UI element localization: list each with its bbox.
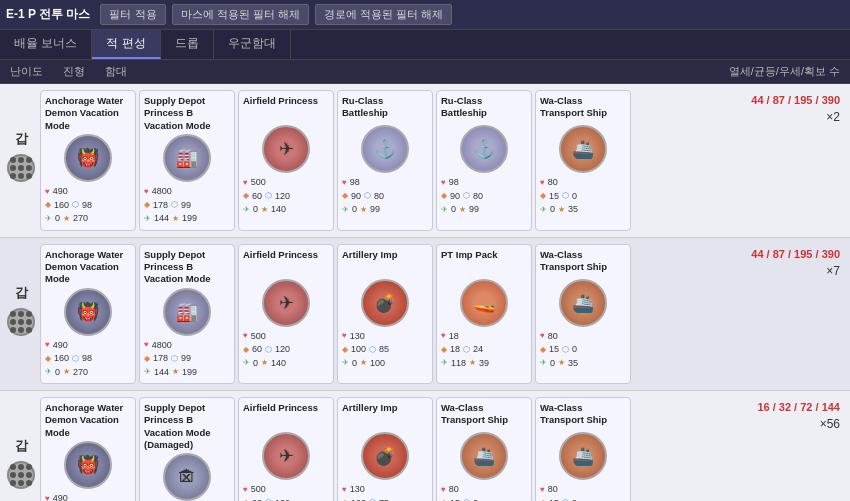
card-title: Anchorage Water Demon Vacation Mode — [45, 95, 131, 132]
card-title: Wa-Class Transport Ship — [540, 249, 626, 277]
battle-row: 갑 Anchorage Water Demon Vacation Mode👹♥4… — [0, 84, 850, 238]
stat-value: 80 — [374, 190, 384, 204]
enemy-card: Artillery Imp💣♥130◆100⬡85✈0★100 — [337, 244, 433, 385]
dot — [18, 157, 24, 163]
stat-icon: ✈ — [45, 366, 52, 378]
stat-icon: ✈ — [144, 213, 151, 225]
stat-value: 60 — [252, 497, 262, 501]
tab-drop[interactable]: 드롭 — [161, 30, 214, 59]
stat-line: ◆160⬡98 — [45, 352, 131, 366]
cards-container: Anchorage Water Demon Vacation Mode👹♥490… — [40, 397, 730, 501]
stat-icon: ◆ — [45, 353, 51, 365]
dot — [18, 464, 24, 470]
avatar-inner: 👹 — [66, 136, 110, 180]
card-title: Airfield Princess — [243, 249, 329, 277]
stat-icon: ★ — [360, 204, 367, 216]
dot — [26, 472, 32, 478]
card-avatar: 👹 — [64, 288, 112, 336]
row-right: 44 / 87 / 195 / 390×2 — [734, 90, 844, 128]
stat-icon: ⬡ — [369, 344, 376, 356]
filter-clear-mas-button[interactable]: 마스에 적용된 필터 해제 — [172, 4, 309, 25]
card-avatar: 🏚 — [163, 453, 211, 501]
stat-value: 18 — [449, 330, 459, 344]
stat-icon: ✈ — [342, 204, 349, 216]
stat-value: 490 — [53, 185, 68, 199]
filter-clear-route-button[interactable]: 경로에 적용된 필터 해제 — [315, 4, 452, 25]
stat-value: 270 — [73, 366, 88, 380]
filter-apply-button[interactable]: 필터 적용 — [100, 4, 165, 25]
card-avatar: 🚢 — [559, 125, 607, 173]
stat-value: 98 — [449, 176, 459, 190]
stat-icon: ◆ — [441, 190, 447, 202]
stat-value: 140 — [271, 357, 286, 371]
card-avatar: ✈ — [262, 279, 310, 327]
cards-container: Anchorage Water Demon Vacation Mode👹♥490… — [40, 244, 730, 385]
stat-line: ♥490 — [45, 339, 131, 353]
rank-dots — [10, 464, 32, 486]
stat-line: ◆178⬡99 — [144, 199, 230, 213]
rank-dots — [10, 157, 32, 179]
stat-value: 178 — [153, 352, 168, 366]
dot — [26, 319, 32, 325]
avatar-inner: 👹 — [66, 290, 110, 334]
stat-line: ✈144★199 — [144, 366, 230, 380]
stat-icon: ★ — [469, 357, 476, 369]
rank-icon — [7, 154, 35, 182]
col-fleet: 함대 — [105, 64, 127, 79]
card-stats: ♥500◆60⬡120✈0★140 — [243, 176, 329, 217]
stat-icon: ✈ — [45, 213, 52, 225]
stat-line: ✈0★140 — [243, 357, 329, 371]
dot — [10, 173, 16, 179]
stat-value: 98 — [82, 199, 92, 213]
stat-value: 140 — [271, 203, 286, 217]
stat-line: ✈0★35 — [540, 203, 626, 217]
stat-value: 160 — [54, 199, 69, 213]
stat-icon: ♥ — [243, 177, 248, 189]
rank-cell: 갑 — [6, 244, 36, 336]
stat-icon: ⬡ — [265, 497, 272, 501]
stat-value: 120 — [275, 190, 290, 204]
stat-value: 0 — [550, 357, 555, 371]
card-avatar: 🏭 — [163, 288, 211, 336]
stat-line: ◆15⬡0 — [540, 343, 626, 357]
stat-line: ✈0★99 — [441, 203, 527, 217]
card-stats: ♥80◆15⬡0✈0★35 — [540, 176, 626, 217]
stat-icon: ◆ — [342, 190, 348, 202]
stat-line: ◆15⬡0 — [540, 190, 626, 204]
card-avatar: 👹 — [64, 441, 112, 489]
stat-icon: ⬡ — [265, 190, 272, 202]
stat-icon: ⬡ — [463, 190, 470, 202]
stat-value: 0 — [550, 203, 555, 217]
stat-line: ♥500 — [243, 330, 329, 344]
enemy-card: Ru-Class Battleship⚓♥98◆90⬡80✈0★99 — [337, 90, 433, 231]
cards-container: Anchorage Water Demon Vacation Mode👹♥490… — [40, 90, 730, 231]
main-content: 갑 Anchorage Water Demon Vacation Mode👹♥4… — [0, 84, 850, 501]
stat-value: 0 — [352, 357, 357, 371]
stat-line: ♥490 — [45, 185, 131, 199]
stat-value: 500 — [251, 176, 266, 190]
stat-icon: ✈ — [441, 204, 448, 216]
rank-icon — [7, 308, 35, 336]
stat-icon: ⬡ — [364, 190, 371, 202]
stat-icon: ✈ — [144, 366, 151, 378]
row-right: 16 / 32 / 72 / 144×56 — [734, 397, 844, 435]
page-title: E-1 P 전투 마스 — [6, 6, 90, 23]
stat-icon: ✈ — [540, 357, 547, 369]
tab-enemy[interactable]: 적 편성 — [92, 30, 160, 59]
card-title: Artillery Imp — [342, 249, 428, 277]
stat-value: 144 — [154, 212, 169, 226]
tab-allied[interactable]: 우군함대 — [214, 30, 291, 59]
stat-value: 80 — [473, 190, 483, 204]
stat-line: ♥490 — [45, 492, 131, 501]
dot — [18, 173, 24, 179]
stat-value: 0 — [451, 203, 456, 217]
card-stats: ♥98◆90⬡80✈0★99 — [342, 176, 428, 217]
stat-icon: ✈ — [540, 204, 547, 216]
tab-bonus[interactable]: 배율 보너스 — [0, 30, 92, 59]
rank-label: 갑 — [15, 131, 28, 146]
enemy-card: Anchorage Water Demon Vacation Mode👹♥490… — [40, 244, 136, 385]
stat-icon: ✈ — [342, 357, 349, 369]
stat-line: ◆60⬡120 — [243, 190, 329, 204]
card-title: Airfield Princess — [243, 402, 329, 430]
avatar-inner: ✈ — [264, 281, 308, 325]
